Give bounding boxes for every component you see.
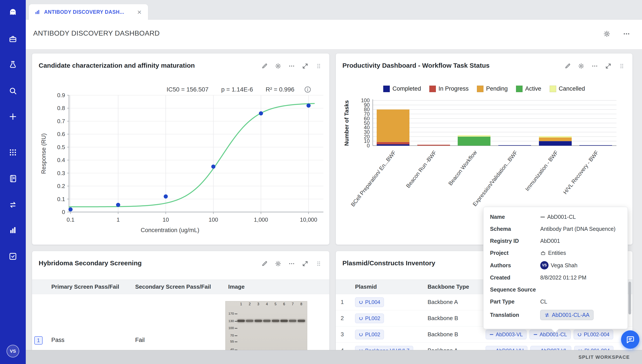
translation-chip[interactable]: AbD001-CL-AA <box>540 310 594 320</box>
expand-icon[interactable] <box>602 60 614 72</box>
entity-chip[interactable]: PL002 <box>355 314 384 323</box>
field-label: Project <box>490 250 540 256</box>
svg-text:Expression/Validation...BWF: Expression/Validation...BWF <box>472 149 518 207</box>
chip-label: PL001.004 <box>584 348 610 350</box>
more-ellipsis-icon[interactable] <box>286 258 298 270</box>
entity-name-value[interactable]: AbD001-CL <box>540 214 576 220</box>
gel-band <box>237 320 245 322</box>
translate-icon <box>544 312 550 318</box>
entity-chip[interactable]: AbD004-VH <box>486 346 527 350</box>
settings-gear-icon[interactable] <box>272 60 284 72</box>
created-value: 8/8/2022 01:12 PM <box>540 274 586 281</box>
svg-text:H/VL Recovery - BWF: H/VL Recovery - BWF <box>562 149 600 195</box>
field-label: Created <box>490 274 540 281</box>
plasmid-sequence-icon <box>359 316 363 320</box>
vertical-scrollbar[interactable] <box>628 282 631 314</box>
search-icon[interactable] <box>8 86 18 96</box>
backbone-type-cell: Backbone A <box>424 347 485 350</box>
chat-button[interactable] <box>621 330 640 349</box>
tab-antibody-dashboard[interactable]: ANTIBODY DISCOVERY DASH... × <box>28 4 148 20</box>
table-row[interactable]: 4Backbone VH4VL7Backbone AAbD004-VHAbD00… <box>336 342 632 350</box>
edit-pencil-icon[interactable] <box>258 258 270 270</box>
gel-marker-label: 55 <box>226 340 234 343</box>
create-plus-icon[interactable] <box>8 111 18 122</box>
entity-chip[interactable]: PL004 <box>355 298 384 307</box>
chart-legend: CompletedIn ProgressPendingActiveCancell… <box>336 86 632 92</box>
svg-text:10: 10 <box>163 216 169 223</box>
expand-icon[interactable] <box>299 258 311 270</box>
benchling-logo-icon[interactable] <box>8 6 18 17</box>
entity-chip[interactable]: AbD003-VL <box>486 330 526 339</box>
author-avatar: VS <box>540 261 548 270</box>
card-title: Plasmid/Constructs Inventory <box>342 260 435 267</box>
row-index-badge[interactable]: 1 <box>34 336 42 344</box>
page-more-ellipsis-icon[interactable] <box>620 28 632 40</box>
drag-handle-icon[interactable] <box>313 60 324 72</box>
page-header: ANTIBODY DISCOVERY DASHBOARD <box>26 20 642 49</box>
entity-details-popup: Name AbD001-CL Schema Antibody Part (DNA… <box>483 207 628 329</box>
workspace-avatar[interactable]: VS <box>6 345 19 358</box>
chip-label: PL002 <box>365 315 380 322</box>
chip-label: AbD003-VL <box>496 332 523 338</box>
drag-handle-icon[interactable] <box>313 258 324 270</box>
registry-transfer-icon[interactable] <box>8 200 18 210</box>
svg-text:0.3: 0.3 <box>57 170 65 176</box>
entity-chip[interactable]: AbD007-VL <box>530 346 571 350</box>
split-workspace-button[interactable]: SPLIT WORKSPACE <box>578 350 630 364</box>
svg-text:Response (RU): Response (RU) <box>40 133 47 174</box>
linear-sequence-icon <box>534 348 538 350</box>
project-value[interactable]: Entities <box>540 250 566 256</box>
experiments-flask-icon[interactable] <box>8 60 18 70</box>
gel-lane-number: 6 <box>283 302 285 306</box>
requests-box-icon[interactable] <box>8 251 18 262</box>
legend-label: Pending <box>486 86 508 92</box>
gel-band <box>280 320 288 322</box>
authors-value[interactable]: VSVega Shah <box>540 261 577 270</box>
tab-close-icon[interactable]: × <box>136 8 142 16</box>
chip-label: AbD007-VL <box>540 348 568 350</box>
field-label: Registry ID <box>490 238 540 244</box>
gel-lane-number: 7 <box>292 302 294 306</box>
apps-grid-icon[interactable] <box>8 147 18 158</box>
col-backbone-type: Backbone Type <box>424 284 485 290</box>
western-blot-image[interactable]: 12345678170130100705540 <box>225 301 307 350</box>
primary-screen-value: Pass <box>51 337 64 344</box>
svg-text:BCell Preparation/ En...BWF: BCell Preparation/ En...BWF <box>350 149 397 208</box>
field-label: Authors <box>490 262 540 268</box>
edit-pencil-icon[interactable] <box>562 60 574 72</box>
card-title: Candidate characterization and affinity … <box>39 62 195 69</box>
field-label: Schema <box>490 226 540 232</box>
entity-chip[interactable]: PL002 <box>355 330 384 339</box>
settings-gear-icon[interactable] <box>575 60 587 72</box>
chip-label: AbD004-VH <box>496 348 524 350</box>
entity-chip[interactable]: Backbone VH4VL7 <box>355 346 413 350</box>
projects-briefcase-icon[interactable] <box>8 34 18 44</box>
gel-lane-number: 5 <box>274 302 276 306</box>
gel-band <box>263 320 270 322</box>
expand-icon[interactable] <box>299 60 311 72</box>
page-settings-gear-icon[interactable] <box>601 28 613 40</box>
more-ellipsis-icon[interactable] <box>286 60 298 72</box>
gel-lane-number: 1 <box>240 302 242 306</box>
chip-label: PL002 <box>365 332 380 338</box>
linear-sequence-icon <box>533 332 538 337</box>
row-number: 3 <box>336 331 351 338</box>
edit-pencil-icon[interactable] <box>258 60 270 72</box>
notebook-icon[interactable] <box>8 173 18 184</box>
entity-chip[interactable]: AbD001-CL <box>530 330 570 339</box>
insights-chart-icon[interactable] <box>8 225 18 236</box>
more-ellipsis-icon[interactable] <box>589 60 600 72</box>
svg-text:0.1: 0.1 <box>57 196 65 202</box>
drag-handle-icon[interactable] <box>616 60 628 72</box>
chat-bubble-icon <box>626 335 635 344</box>
plasmid-sequence-icon <box>359 300 363 304</box>
chip-label: Backbone VH4VL7 <box>365 348 410 350</box>
workspace-avatar-label: VS <box>10 348 16 354</box>
settings-gear-icon[interactable] <box>272 258 284 270</box>
col-plasmid: Plasmid <box>351 284 424 290</box>
entity-chip[interactable]: PL002-004 <box>574 330 613 339</box>
entity-chip[interactable]: PL001.004 <box>574 346 614 350</box>
linear-sequence-icon <box>540 215 545 220</box>
legend-swatch <box>550 86 556 92</box>
card-toolbar <box>258 258 324 270</box>
